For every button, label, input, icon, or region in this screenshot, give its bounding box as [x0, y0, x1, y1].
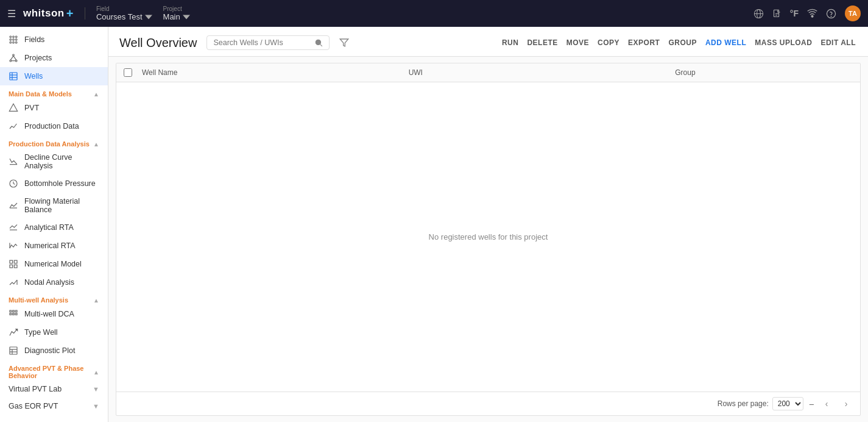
sidebar-item-diagnostic-plot-label: Diagnostic Plot — [24, 346, 75, 355]
temperature-icon[interactable]: °F — [790, 9, 799, 18]
svg-rect-41 — [15, 310, 17, 312]
sidebar-item-wells[interactable]: Wells — [0, 67, 108, 85]
section-multiwell: Multi-well Analysis ▲ — [0, 291, 108, 305]
sidebar-item-type-well-label: Type Well — [24, 328, 58, 337]
sidebar-item-wells-label: Wells — [24, 72, 43, 80]
search-input[interactable] — [213, 38, 311, 47]
sidebar-item-numerical-rta[interactable]: Numerical RTA — [0, 237, 108, 255]
pagination-next-button[interactable]: › — [839, 397, 853, 410]
globe-icon[interactable] — [753, 9, 764, 19]
section-main-data: Main Data & Models ▲ — [0, 85, 108, 99]
diagnostic-plot-icon — [9, 346, 18, 356]
field-label: Field — [96, 5, 152, 12]
svg-point-15 — [10, 41, 12, 43]
virtual-pvt-expand-icon: ▼ — [93, 385, 99, 393]
sidebar-item-numerical-model[interactable]: Numerical Model — [0, 255, 108, 273]
search-bar[interactable] — [206, 35, 330, 50]
sidebar-item-analytical-rta-label: Analytical RTA — [24, 223, 74, 232]
svg-rect-37 — [14, 265, 17, 268]
section-prod-analysis-collapse[interactable]: ▲ — [93, 141, 99, 148]
sidebar-item-nodal-analysis-label: Nodal Analysis — [24, 278, 74, 287]
sidebar-item-virtual-pvt[interactable]: Virtual PVT Lab ▼ — [0, 381, 108, 398]
delete-button[interactable]: DELETE — [526, 36, 559, 49]
section-advanced-pvt-collapse[interactable]: ▲ — [93, 369, 99, 376]
gas-eor-pvt-label: Gas EOR PVT — [9, 402, 58, 410]
sidebar-item-bhp[interactable]: Bottomhole Pressure — [0, 174, 108, 193]
numerical-model-icon — [9, 259, 18, 269]
content-area: Well Overview RUN DELETE MOVE COPY EXPOR… — [108, 27, 868, 422]
sidebar-item-production-data[interactable]: Production Data — [0, 117, 108, 135]
sidebar-item-bhp-label: Bottomhole Pressure — [24, 179, 96, 188]
svg-marker-51 — [340, 39, 348, 46]
copy-button[interactable]: COPY — [596, 36, 621, 49]
field-value[interactable]: Courses Test — [96, 12, 152, 21]
project-value[interactable]: Main — [163, 12, 190, 21]
fields-icon — [9, 35, 18, 45]
sidebar-item-nodal-analysis[interactable]: Nodal Analysis — [0, 273, 108, 291]
svg-line-22 — [13, 56, 16, 60]
filter-icon[interactable] — [339, 38, 349, 48]
section-prod-analysis: Production Data Analysis ▲ — [0, 135, 108, 149]
svg-line-50 — [320, 45, 322, 46]
pagination-prev-button[interactable]: ‹ — [820, 397, 833, 410]
page-header: Well Overview RUN DELETE MOVE COPY EXPOR… — [108, 27, 868, 57]
menu-icon[interactable]: ☰ — [7, 8, 16, 20]
sidebar-item-fmb[interactable]: Flowing Material Balance — [0, 193, 108, 218]
run-button[interactable]: RUN — [501, 36, 520, 49]
sidebar-item-numerical-model-label: Numerical Model — [24, 260, 82, 268]
select-all-input[interactable] — [124, 68, 132, 77]
table-footer: Rows per page: 200 50 100 – ‹ › — [116, 392, 860, 415]
field-dropdown-icon — [145, 13, 152, 21]
column-header-group: Group — [675, 68, 853, 77]
svg-point-11 — [15, 36, 17, 38]
analytical-rta-icon — [9, 223, 18, 232]
svg-point-10 — [13, 36, 15, 38]
mass-upload-button[interactable]: MASS UPLOAD — [753, 36, 813, 49]
svg-rect-34 — [10, 260, 13, 263]
sidebar-item-pvt[interactable]: PVT — [0, 99, 108, 117]
svg-point-9 — [10, 36, 12, 38]
help-icon[interactable] — [826, 9, 836, 19]
header-actions: RUN DELETE MOVE COPY EXPORT GROUP ADD WE… — [501, 36, 857, 49]
svg-point-13 — [13, 39, 15, 41]
sidebar-item-projects-label: Projects — [24, 54, 52, 62]
section-advanced-pvt: Advanced PVT & Phase Behavior ▲ — [0, 360, 108, 381]
export-button[interactable]: EXPORT — [627, 36, 661, 49]
sidebar-item-dca-label: Decline Curve Analysis — [24, 153, 99, 170]
svg-point-12 — [10, 39, 12, 41]
svg-rect-40 — [13, 310, 15, 312]
production-data-icon — [9, 121, 18, 131]
signal-icon[interactable] — [807, 9, 817, 19]
select-all-checkbox[interactable] — [124, 68, 142, 77]
sidebar-item-dca[interactable]: Decline Curve Analysis — [0, 149, 108, 174]
move-button[interactable]: MOVE — [565, 36, 590, 49]
pagination-separator: – — [810, 399, 814, 409]
sidebar-item-projects[interactable]: Projects — [0, 49, 108, 67]
rows-per-page-label: Rows per page: — [718, 399, 769, 408]
sidebar-item-gas-eor-pvt[interactable]: Gas EOR PVT ▼ — [0, 398, 108, 415]
svg-point-6 — [811, 15, 813, 17]
document-icon[interactable] — [772, 9, 782, 19]
project-dropdown-icon — [183, 13, 190, 21]
svg-rect-46 — [10, 347, 17, 354]
sidebar-item-analytical-rta[interactable]: Analytical RTA — [0, 218, 108, 237]
svg-point-18 — [13, 54, 15, 56]
field-selector[interactable]: Field Courses Test — [96, 5, 152, 21]
sidebar-item-fields[interactable]: Fields — [0, 30, 108, 49]
sidebar-item-multiwell-dca[interactable]: Multi-well DCA — [0, 305, 108, 323]
sidebar-item-type-well[interactable]: Type Well — [0, 323, 108, 342]
project-selector[interactable]: Project Main — [163, 5, 190, 21]
section-main-data-collapse[interactable]: ▲ — [93, 91, 99, 98]
add-well-button[interactable]: ADD WELL — [704, 36, 747, 49]
sidebar-top-section: Fields Projects Wells — [0, 27, 108, 85]
rows-per-page-select[interactable]: 200 50 100 — [772, 397, 803, 410]
group-button[interactable]: GROUP — [667, 36, 698, 49]
virtual-pvt-label: Virtual PVT Lab — [9, 385, 62, 393]
svg-rect-43 — [13, 313, 15, 315]
svg-rect-42 — [10, 313, 12, 315]
section-multiwell-collapse[interactable]: ▲ — [93, 297, 99, 304]
edit-all-button[interactable]: EDIT ALL — [819, 36, 857, 49]
sidebar-item-pvt-label: PVT — [24, 104, 39, 112]
user-avatar[interactable]: TA — [845, 5, 861, 21]
sidebar-item-diagnostic-plot[interactable]: Diagnostic Plot — [0, 342, 108, 360]
